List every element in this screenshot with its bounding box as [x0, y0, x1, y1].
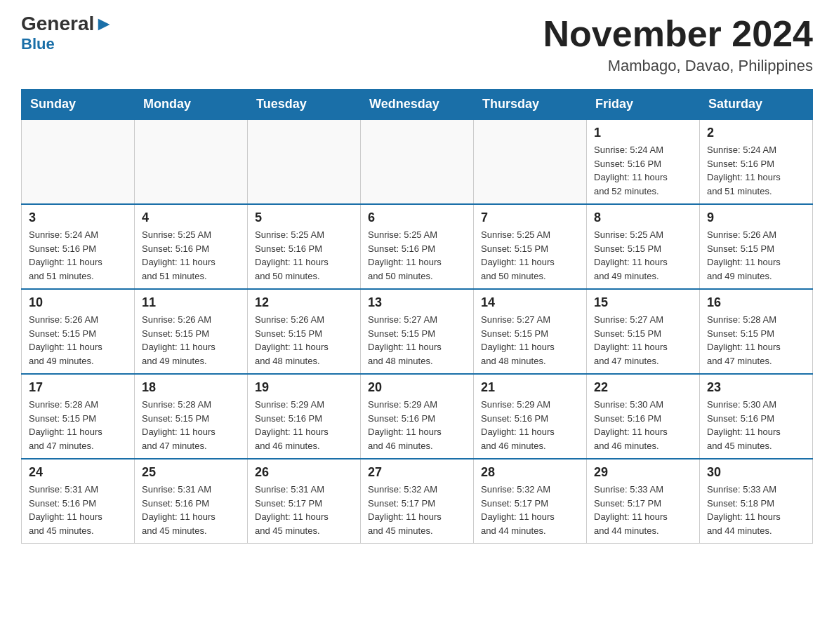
calendar-body: 1Sunrise: 5:24 AMSunset: 5:16 PMDaylight… — [22, 119, 813, 544]
page-header: General► Blue November 2024 Mambago, Dav… — [21, 14, 813, 75]
week-row-0: 1Sunrise: 5:24 AMSunset: 5:16 PMDaylight… — [22, 119, 813, 204]
day-number: 8 — [594, 210, 692, 225]
day-number: 20 — [368, 380, 466, 395]
day-info: Sunrise: 5:24 AMSunset: 5:16 PMDaylight:… — [707, 143, 805, 198]
day-info: Sunrise: 5:31 AMSunset: 5:17 PMDaylight:… — [255, 483, 353, 537]
calendar-cell-w4-d1: 25Sunrise: 5:31 AMSunset: 5:16 PMDayligh… — [135, 459, 248, 544]
day-number: 29 — [594, 465, 692, 480]
calendar-cell-w3-d6: 23Sunrise: 5:30 AMSunset: 5:16 PMDayligh… — [700, 374, 813, 459]
calendar-cell-w1-d2: 5Sunrise: 5:25 AMSunset: 5:16 PMDaylight… — [248, 204, 361, 289]
logo-general: General► — [21, 14, 114, 34]
calendar-cell-w3-d3: 20Sunrise: 5:29 AMSunset: 5:16 PMDayligh… — [361, 374, 474, 459]
calendar-cell-w0-d6: 2Sunrise: 5:24 AMSunset: 5:16 PMDaylight… — [700, 119, 813, 204]
day-number: 6 — [368, 210, 466, 225]
day-number: 5 — [255, 210, 353, 225]
day-number: 21 — [481, 380, 579, 395]
day-info: Sunrise: 5:32 AMSunset: 5:17 PMDaylight:… — [368, 483, 466, 537]
day-number: 15 — [594, 295, 692, 310]
calendar-cell-w0-d0 — [22, 119, 135, 204]
day-info: Sunrise: 5:33 AMSunset: 5:17 PMDaylight:… — [594, 483, 692, 537]
day-info: Sunrise: 5:29 AMSunset: 5:16 PMDaylight:… — [481, 398, 579, 452]
logo-triangle-icon: ► — [94, 13, 114, 34]
day-info: Sunrise: 5:29 AMSunset: 5:16 PMDaylight:… — [255, 398, 353, 452]
calendar-cell-w1-d3: 6Sunrise: 5:25 AMSunset: 5:16 PMDaylight… — [361, 204, 474, 289]
day-number: 30 — [707, 465, 805, 480]
calendar-cell-w1-d0: 3Sunrise: 5:24 AMSunset: 5:16 PMDaylight… — [22, 204, 135, 289]
calendar-cell-w1-d5: 8Sunrise: 5:25 AMSunset: 5:15 PMDaylight… — [587, 204, 700, 289]
day-number: 18 — [142, 380, 240, 395]
day-number: 11 — [142, 295, 240, 310]
header-saturday: Saturday — [700, 90, 813, 120]
day-info: Sunrise: 5:30 AMSunset: 5:16 PMDaylight:… — [594, 398, 692, 452]
calendar-cell-w4-d0: 24Sunrise: 5:31 AMSunset: 5:16 PMDayligh… — [22, 459, 135, 544]
day-header-row: SundayMondayTuesdayWednesdayThursdayFrid… — [22, 90, 813, 120]
day-info: Sunrise: 5:25 AMSunset: 5:16 PMDaylight:… — [255, 228, 353, 283]
logo-blue: Blue — [21, 35, 55, 53]
day-info: Sunrise: 5:28 AMSunset: 5:15 PMDaylight:… — [707, 313, 805, 368]
calendar-cell-w2-d6: 16Sunrise: 5:28 AMSunset: 5:15 PMDayligh… — [700, 289, 813, 374]
title-block: November 2024 Mambago, Davao, Philippine… — [543, 14, 813, 75]
week-row-1: 3Sunrise: 5:24 AMSunset: 5:16 PMDaylight… — [22, 204, 813, 289]
day-info: Sunrise: 5:27 AMSunset: 5:15 PMDaylight:… — [481, 313, 579, 368]
calendar-cell-w4-d6: 30Sunrise: 5:33 AMSunset: 5:18 PMDayligh… — [700, 459, 813, 544]
calendar-cell-w0-d3 — [361, 119, 474, 204]
calendar-cell-w2-d0: 10Sunrise: 5:26 AMSunset: 5:15 PMDayligh… — [22, 289, 135, 374]
calendar-cell-w2-d3: 13Sunrise: 5:27 AMSunset: 5:15 PMDayligh… — [361, 289, 474, 374]
header-friday: Friday — [587, 90, 700, 120]
day-info: Sunrise: 5:26 AMSunset: 5:15 PMDaylight:… — [707, 228, 805, 283]
header-tuesday: Tuesday — [248, 90, 361, 120]
day-number: 2 — [707, 126, 805, 140]
day-number: 19 — [255, 380, 353, 395]
calendar-cell-w1-d6: 9Sunrise: 5:26 AMSunset: 5:15 PMDaylight… — [700, 204, 813, 289]
day-info: Sunrise: 5:28 AMSunset: 5:15 PMDaylight:… — [142, 398, 240, 452]
calendar-cell-w0-d4 — [474, 119, 587, 204]
day-info: Sunrise: 5:27 AMSunset: 5:15 PMDaylight:… — [368, 313, 466, 368]
day-number: 22 — [594, 380, 692, 395]
day-info: Sunrise: 5:31 AMSunset: 5:16 PMDaylight:… — [29, 483, 127, 537]
calendar-cell-w1-d4: 7Sunrise: 5:25 AMSunset: 5:15 PMDaylight… — [474, 204, 587, 289]
day-number: 27 — [368, 465, 466, 480]
day-number: 1 — [594, 126, 692, 140]
day-info: Sunrise: 5:26 AMSunset: 5:15 PMDaylight:… — [255, 313, 353, 368]
calendar-header: SundayMondayTuesdayWednesdayThursdayFrid… — [22, 90, 813, 120]
week-row-4: 24Sunrise: 5:31 AMSunset: 5:16 PMDayligh… — [22, 459, 813, 544]
calendar-title: November 2024 — [543, 14, 813, 54]
calendar-cell-w4-d3: 27Sunrise: 5:32 AMSunset: 5:17 PMDayligh… — [361, 459, 474, 544]
day-number: 26 — [255, 465, 353, 480]
header-monday: Monday — [135, 90, 248, 120]
calendar-table: SundayMondayTuesdayWednesdayThursdayFrid… — [21, 89, 813, 544]
day-info: Sunrise: 5:25 AMSunset: 5:16 PMDaylight:… — [368, 228, 466, 283]
calendar-cell-w0-d5: 1Sunrise: 5:24 AMSunset: 5:16 PMDaylight… — [587, 119, 700, 204]
calendar-cell-w4-d5: 29Sunrise: 5:33 AMSunset: 5:17 PMDayligh… — [587, 459, 700, 544]
day-info: Sunrise: 5:29 AMSunset: 5:16 PMDaylight:… — [368, 398, 466, 452]
day-info: Sunrise: 5:24 AMSunset: 5:16 PMDaylight:… — [594, 143, 692, 198]
day-info: Sunrise: 5:25 AMSunset: 5:16 PMDaylight:… — [142, 228, 240, 283]
day-info: Sunrise: 5:27 AMSunset: 5:15 PMDaylight:… — [594, 313, 692, 368]
day-number: 25 — [142, 465, 240, 480]
day-number: 9 — [707, 210, 805, 225]
day-number: 16 — [707, 295, 805, 310]
day-number: 17 — [29, 380, 127, 395]
calendar-cell-w2-d2: 12Sunrise: 5:26 AMSunset: 5:15 PMDayligh… — [248, 289, 361, 374]
day-number: 13 — [368, 295, 466, 310]
day-number: 7 — [481, 210, 579, 225]
calendar-cell-w3-d5: 22Sunrise: 5:30 AMSunset: 5:16 PMDayligh… — [587, 374, 700, 459]
day-info: Sunrise: 5:25 AMSunset: 5:15 PMDaylight:… — [481, 228, 579, 283]
day-number: 23 — [707, 380, 805, 395]
day-info: Sunrise: 5:30 AMSunset: 5:16 PMDaylight:… — [707, 398, 805, 452]
calendar-cell-w3-d0: 17Sunrise: 5:28 AMSunset: 5:15 PMDayligh… — [22, 374, 135, 459]
header-thursday: Thursday — [474, 90, 587, 120]
day-info: Sunrise: 5:33 AMSunset: 5:18 PMDaylight:… — [707, 483, 805, 537]
calendar-subtitle: Mambago, Davao, Philippines — [543, 57, 813, 75]
day-number: 28 — [481, 465, 579, 480]
calendar-cell-w3-d4: 21Sunrise: 5:29 AMSunset: 5:16 PMDayligh… — [474, 374, 587, 459]
calendar-cell-w0-d1 — [135, 119, 248, 204]
calendar-cell-w1-d1: 4Sunrise: 5:25 AMSunset: 5:16 PMDaylight… — [135, 204, 248, 289]
day-info: Sunrise: 5:24 AMSunset: 5:16 PMDaylight:… — [29, 228, 127, 283]
day-number: 10 — [29, 295, 127, 310]
day-info: Sunrise: 5:31 AMSunset: 5:16 PMDaylight:… — [142, 483, 240, 537]
day-info: Sunrise: 5:25 AMSunset: 5:15 PMDaylight:… — [594, 228, 692, 283]
logo-blue-text: Blue — [21, 35, 55, 53]
header-wednesday: Wednesday — [361, 90, 474, 120]
week-row-3: 17Sunrise: 5:28 AMSunset: 5:15 PMDayligh… — [22, 374, 813, 459]
